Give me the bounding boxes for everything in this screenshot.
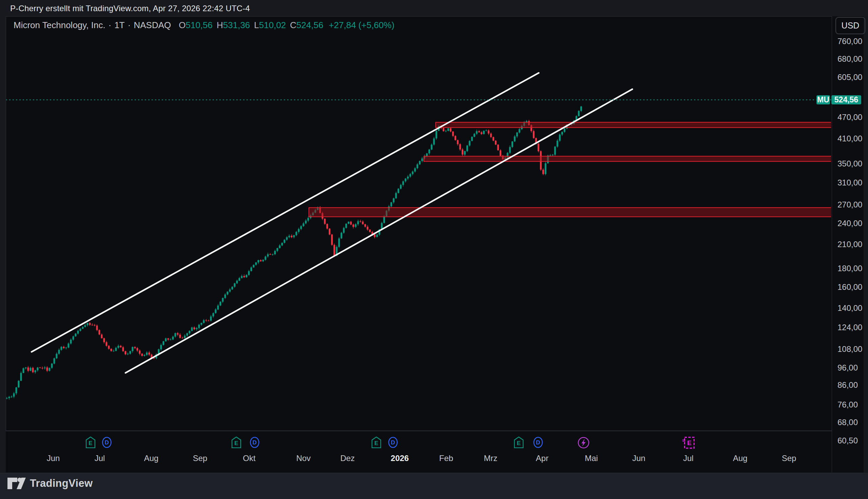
legend-separator: · [128,20,131,31]
price-axis-edge [864,16,868,473]
svg-text:E: E [234,440,238,447]
time-tick-jul: Jul [95,453,105,463]
price-tick: 86,00 [838,380,858,390]
price-tick: 605,00 [838,73,862,82]
svg-text:D: D [253,439,257,446]
candles-layer [6,106,582,400]
symbol-legend: Micron Technology, Inc. · 1T · NASDAQ O5… [14,20,394,31]
price-tick: 470,00 [838,112,862,122]
currency-button[interactable]: USD [835,17,865,34]
price-tick: 310,00 [838,178,862,187]
price-tick: 270,00 [838,200,862,209]
power-icon[interactable] [577,437,590,450]
svg-text:D: D [105,439,109,446]
price-tick: 160,00 [838,282,862,292]
low-value: 510,02 [259,20,286,30]
trendline-channel-lower[interactable] [125,89,632,373]
time-tick-jun: Jun [632,453,646,463]
time-tick-feb: Feb [439,453,453,463]
high-value: 531,36 [223,20,250,30]
earnings-icon[interactable]: E [514,437,524,450]
tradingview-logo-text: TradingView [30,477,93,489]
price-tick: 76,00 [838,400,858,410]
zone-resistance-lower[interactable] [309,207,831,217]
svg-text:≈: ≈ [683,438,686,443]
time-tick-apr: Apr [536,453,548,463]
svg-text:E: E [88,440,92,447]
ticker-badge: MU [817,95,830,105]
current-price-badge: 524,56 [831,95,861,105]
time-tick-aug: Aug [144,453,159,463]
candlestick-chart[interactable] [0,0,868,499]
time-tick-nov: Nov [296,453,311,463]
time-tick-jun: Jun [47,453,60,463]
svg-text:D: D [536,439,540,446]
dividends-icon[interactable]: D [102,437,112,450]
price-tick: 210,00 [838,240,862,249]
tradingview-logo-icon [8,478,26,489]
symbol-title[interactable]: Micron Technology, Inc. [14,20,106,31]
price-tick: 140,00 [838,303,862,313]
interval-label[interactable]: 1T [114,20,124,31]
svg-text:D: D [391,439,395,446]
earnings-icon[interactable]: E [232,437,241,450]
legend-separator: · [109,20,112,31]
time-tick-2026: 2026 [391,453,408,463]
close-value: 524,56 [296,20,323,30]
time-tick-sep: Sep [193,453,208,463]
dividends-icon[interactable]: D [388,437,398,450]
svg-text:E: E [374,440,378,447]
price-tick: 60,50 [838,436,858,446]
high-label: H [217,20,223,30]
open-value: 510,56 [185,20,212,30]
earnings-estimate-icon[interactable]: ≈ E [682,437,695,450]
earnings-icon[interactable]: E [371,437,381,450]
price-tick: 240,00 [838,219,862,228]
price-tick: 180,00 [838,264,862,273]
time-tick-dez: Dez [340,453,355,463]
footer-bar: TradingView [0,473,868,499]
zone-resistance-upper[interactable] [436,122,831,128]
time-tick-jul: Jul [683,453,694,463]
price-tick: 124,00 [838,323,862,332]
time-tick-mrz: Mrz [484,453,498,463]
close-label: C [290,20,296,30]
earnings-icon[interactable]: E [86,437,95,450]
dividends-icon[interactable]: D [533,437,543,450]
price-tick: 410,00 [838,134,862,143]
ohlc-values: O510,56 H531,36 L510,02 C524,56 +27,84 (… [179,20,394,31]
open-label: O [179,20,185,30]
time-tick-aug: Aug [733,453,748,463]
price-tick: 108,00 [838,344,862,354]
time-axis[interactable]: JunJulAugSepOktNovDez2026FebMrzAprMaiJun… [6,431,832,473]
time-tick-okt: Okt [243,453,255,463]
price-tick: 760,00 [838,37,862,46]
tradingview-logo[interactable]: TradingView [8,477,93,489]
zone-resistance-middle[interactable] [424,156,831,161]
svg-text:E: E [517,440,521,447]
svg-text:E: E [687,439,692,447]
price-tick: 96,00 [838,363,858,373]
dividends-icon[interactable]: D [249,437,260,450]
price-tick: 350,00 [838,159,862,169]
price-tick: 680,00 [838,54,862,64]
change-value: +27,84 (+5,60%) [329,20,395,31]
time-tick-sep: Sep [782,453,796,463]
price-tick: 68,00 [838,418,858,427]
tradingview-chart-window: P-Cherry erstellt mit TradingView.com, A… [0,0,868,499]
low-label: L [254,20,259,30]
time-tick-mai: Mai [585,453,598,463]
exchange-label: NASDAQ [134,20,171,31]
